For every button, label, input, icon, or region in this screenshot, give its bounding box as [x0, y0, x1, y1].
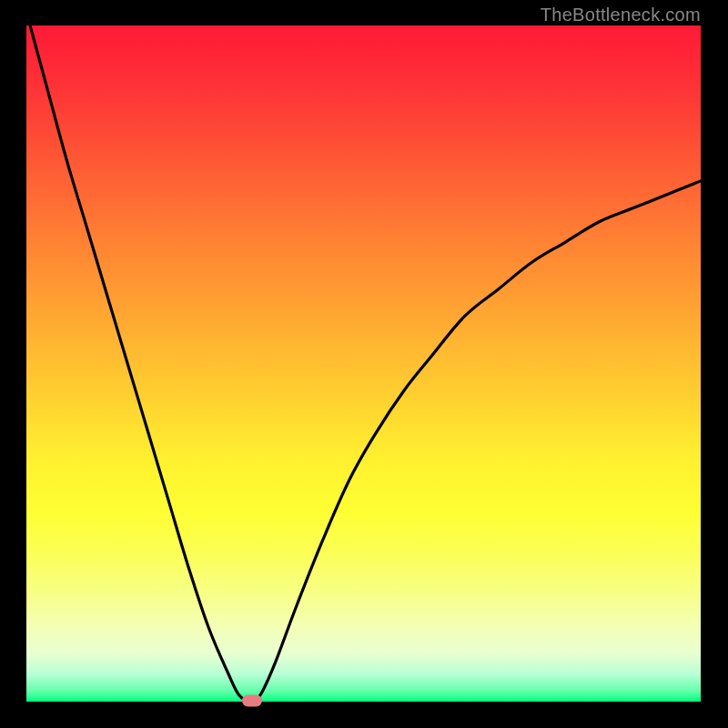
optimal-marker-icon [242, 694, 262, 706]
plot-background [26, 25, 701, 702]
chart-frame: TheBottleneck.com [0, 0, 728, 728]
watermark-text: TheBottleneck.com [541, 5, 701, 25]
